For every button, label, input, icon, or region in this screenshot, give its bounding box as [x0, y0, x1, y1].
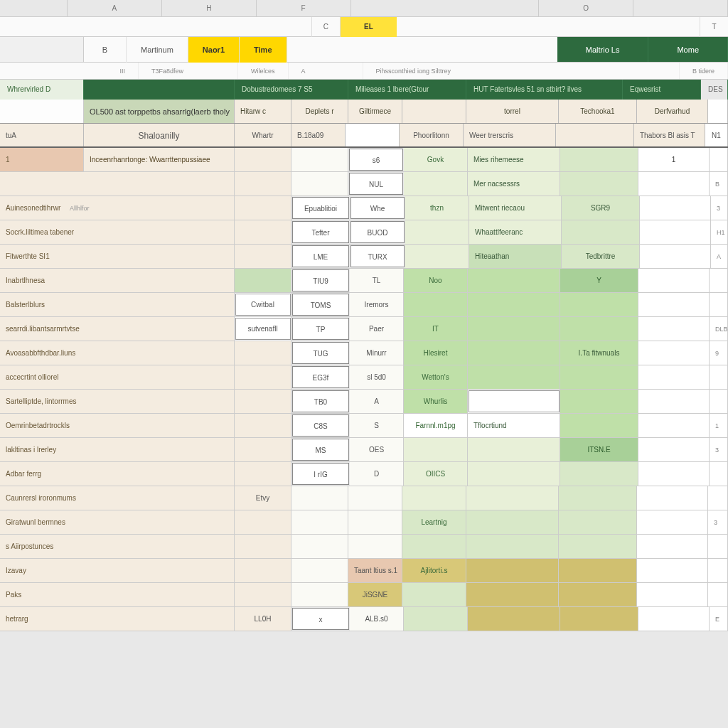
- cell[interactable]: Y: [560, 269, 638, 292]
- cell[interactable]: s Aiirpostunces: [0, 535, 235, 558]
- cell[interactable]: [638, 269, 710, 292]
- subribbon-item[interactable]: Wilelces: [238, 63, 289, 79]
- cell[interactable]: [637, 583, 708, 606]
- cell[interactable]: Tedbrittre: [562, 245, 640, 268]
- cell[interactable]: [560, 390, 638, 413]
- col-header[interactable]: [351, 0, 540, 16]
- cell[interactable]: [638, 607, 710, 631]
- cell[interactable]: [235, 390, 291, 413]
- cell[interactable]: 1: [0, 148, 84, 171]
- cell[interactable]: Wetton's: [404, 365, 468, 389]
- cell[interactable]: Whaattlfeeranc: [469, 220, 562, 244]
- cell[interactable]: [560, 607, 638, 631]
- cell[interactable]: [468, 462, 560, 486]
- cell[interactable]: Socrk.liltimea tabener: [0, 220, 235, 244]
- cell[interactable]: D: [350, 462, 404, 486]
- cell[interactable]: [468, 293, 560, 316]
- cell[interactable]: Inceenrhanrtonge: Wwarrttenpussiaee: [84, 148, 235, 171]
- cell[interactable]: LME: [292, 245, 349, 267]
- subtitle-cell[interactable]: B.18a09: [291, 124, 346, 146]
- tab-t[interactable]: T: [700, 17, 728, 37]
- cell[interactable]: [235, 220, 291, 244]
- cell[interactable]: [468, 438, 560, 461]
- cell[interactable]: [404, 438, 468, 461]
- cell[interactable]: JiSGNE: [348, 583, 402, 606]
- subtitle-cell[interactable]: Shaloanilly: [84, 124, 235, 146]
- cell[interactable]: Tefter: [292, 221, 349, 243]
- cell[interactable]: Paks: [0, 583, 235, 606]
- cell[interactable]: accecrtint olliorel: [0, 365, 235, 389]
- cell[interactable]: Whe: [350, 197, 405, 219]
- cell[interactable]: [560, 172, 638, 196]
- cell[interactable]: TL: [350, 269, 404, 292]
- cell[interactable]: TOMS: [292, 294, 349, 316]
- cell[interactable]: LL0H: [235, 607, 291, 631]
- cell[interactable]: [638, 438, 710, 461]
- cell[interactable]: Fitwerthte SI1: [0, 245, 235, 268]
- cell[interactable]: [468, 269, 560, 292]
- cell[interactable]: Sartelliptde, lintorrmes: [0, 390, 235, 413]
- cell[interactable]: Leartnig: [402, 510, 466, 534]
- subribbon-item[interactable]: A: [289, 63, 363, 79]
- cell[interactable]: [466, 559, 559, 582]
- col-header[interactable]: F: [257, 0, 351, 16]
- cell[interactable]: C8S: [292, 414, 349, 437]
- subribbon-item[interactable]: T3Fa8dfew: [139, 63, 238, 79]
- cell[interactable]: [348, 510, 402, 534]
- cell[interactable]: Auinesonedtihrwr Allhlfor: [0, 196, 235, 220]
- greenband-cell[interactable]: Whrervirled D: [0, 80, 84, 100]
- cell[interactable]: Whurlis: [404, 390, 468, 413]
- cell[interactable]: [559, 559, 637, 582]
- ribbon-item-active[interactable]: Time: [240, 37, 287, 63]
- cell[interactable]: [348, 535, 402, 558]
- cell[interactable]: [637, 535, 708, 558]
- cell[interactable]: [235, 462, 291, 486]
- cell[interactable]: [235, 245, 291, 268]
- ribbon-item-active[interactable]: Naor1: [188, 37, 240, 63]
- cell[interactable]: sl 5d0: [350, 365, 404, 389]
- cell[interactable]: [235, 341, 291, 365]
- cell[interactable]: Mitwent riecaou: [469, 196, 562, 220]
- cell[interactable]: Taant ltius s.1: [348, 559, 402, 582]
- greenband-cell[interactable]: Dobustredomees 7 S5: [235, 80, 348, 100]
- cell[interactable]: [637, 559, 708, 582]
- subtitle-cell[interactable]: Weer trerscris: [464, 124, 556, 146]
- cell[interactable]: lakltinas i lrerley: [0, 438, 235, 461]
- cell[interactable]: [466, 486, 559, 510]
- cell[interactable]: [468, 390, 560, 413]
- cell[interactable]: IT: [404, 317, 468, 341]
- cell[interactable]: hetrarg: [0, 607, 235, 631]
- cell[interactable]: [638, 462, 710, 486]
- cell[interactable]: Iremors: [350, 293, 404, 316]
- tab-el[interactable]: EL: [340, 17, 397, 37]
- cell[interactable]: Govk: [404, 148, 468, 171]
- cell[interactable]: [405, 220, 469, 244]
- coltitle-cell[interactable]: Hitarw c: [235, 100, 291, 123]
- coltitle-cell[interactable]: Giltirmece: [348, 100, 402, 123]
- col-header[interactable]: A: [68, 0, 162, 16]
- ribbon-item[interactable]: Martinum: [127, 37, 188, 63]
- cell[interactable]: [235, 365, 291, 389]
- cell[interactable]: Mer nacsessrs: [468, 172, 560, 196]
- cell[interactable]: TURX: [350, 245, 405, 267]
- cell[interactable]: Adbar ferrg: [0, 462, 235, 486]
- cell[interactable]: [468, 607, 560, 631]
- cell[interactable]: [291, 510, 348, 534]
- cell[interactable]: [235, 510, 291, 534]
- cell[interactable]: [640, 220, 711, 244]
- cell[interactable]: [404, 172, 468, 196]
- cell[interactable]: Ajlitorti.s: [402, 559, 466, 582]
- cell[interactable]: [235, 269, 291, 292]
- coltitle-cell[interactable]: Derfvarhud: [637, 100, 708, 123]
- cell[interactable]: [235, 172, 291, 196]
- cell[interactable]: TUG: [292, 342, 349, 364]
- cell[interactable]: [637, 486, 708, 510]
- subribbon-item[interactable]: III: [0, 63, 139, 79]
- col-header[interactable]: O: [539, 0, 633, 16]
- cell[interactable]: Caunrersl iroronmums: [0, 486, 235, 510]
- cell[interactable]: [638, 172, 710, 196]
- greenband-cell[interactable]: Milieases 1 lbere(Gtour: [348, 80, 466, 100]
- coltitle-cell[interactable]: OL500 ast torppetbs ahsarrlg(laerb tholy: [84, 100, 235, 123]
- cell[interactable]: [560, 414, 638, 437]
- cell[interactable]: [640, 196, 711, 220]
